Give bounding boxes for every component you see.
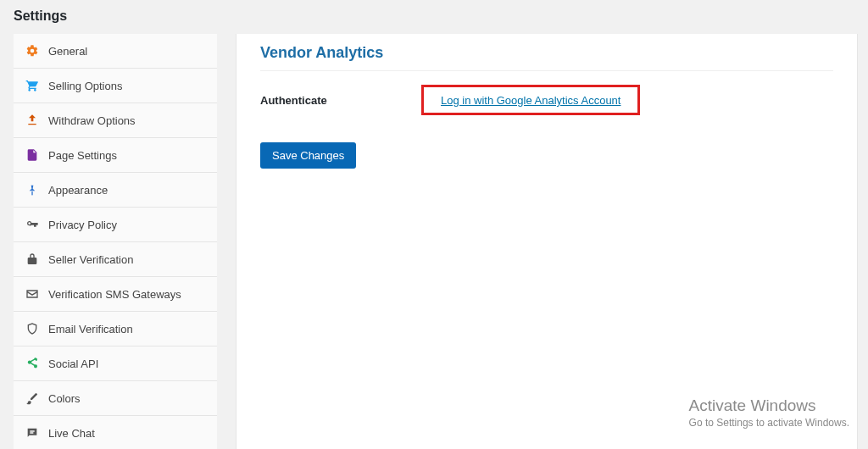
lock-icon bbox=[25, 252, 39, 266]
sidebar-item-label: General bbox=[48, 45, 87, 58]
sidebar-item-appearance[interactable]: Appearance bbox=[14, 173, 217, 208]
page-title: Settings bbox=[0, 0, 868, 34]
sidebar-item-selling-options[interactable]: Selling Options bbox=[14, 69, 217, 103]
authenticate-row: Authenticate Log in with Google Analytic… bbox=[260, 85, 833, 115]
share-icon bbox=[25, 357, 39, 370]
upload-icon bbox=[25, 114, 39, 127]
save-button[interactable]: Save Changes bbox=[260, 142, 356, 169]
sidebar-item-verification-sms-gateways[interactable]: Verification SMS Gateways bbox=[14, 277, 217, 312]
sidebar-item-label: Social API bbox=[48, 358, 98, 370]
sidebar-item-page-settings[interactable]: Page Settings bbox=[14, 138, 217, 173]
sidebar-item-live-chat[interactable]: Live Chat bbox=[14, 416, 217, 449]
sidebar-item-label: Withdraw Options bbox=[48, 114, 136, 127]
sidebar-item-label: Verification SMS Gateways bbox=[48, 288, 181, 301]
sidebar-item-seller-verification[interactable]: Seller Verification bbox=[14, 242, 217, 277]
gear-icon bbox=[25, 44, 39, 58]
authenticate-label: Authenticate bbox=[260, 94, 404, 107]
sidebar-item-label: Live Chat bbox=[48, 427, 95, 440]
sidebar-item-email-verification[interactable]: Email Verification bbox=[14, 312, 217, 346]
key-icon bbox=[25, 218, 39, 231]
shield-icon bbox=[25, 322, 39, 335]
page-icon bbox=[25, 148, 39, 162]
sidebar-item-colors[interactable]: Colors bbox=[14, 381, 217, 416]
sidebar: General Selling Options Withdraw Options… bbox=[14, 34, 217, 449]
sidebar-item-privacy-policy[interactable]: Privacy Policy bbox=[14, 208, 217, 242]
sidebar-item-label: Email Verification bbox=[48, 323, 133, 335]
section-title: Vendor Analytics bbox=[260, 44, 833, 71]
sidebar-item-label: Selling Options bbox=[48, 80, 122, 92]
sidebar-item-withdraw-options[interactable]: Withdraw Options bbox=[14, 103, 217, 138]
envelope-icon bbox=[25, 287, 39, 301]
sidebar-item-label: Colors bbox=[48, 392, 81, 405]
sidebar-item-label: Appearance bbox=[48, 184, 108, 197]
sidebar-item-label: Page Settings bbox=[48, 149, 117, 162]
layout: General Selling Options Withdraw Options… bbox=[0, 34, 868, 449]
main-panel: Vendor Analytics Authenticate Log in wit… bbox=[236, 34, 858, 449]
google-analytics-login-link[interactable]: Log in with Google Analytics Account bbox=[441, 94, 620, 107]
brush-icon bbox=[25, 391, 39, 405]
sidebar-item-general[interactable]: General bbox=[14, 34, 217, 69]
thumbtack-icon bbox=[25, 183, 39, 197]
highlight-box: Log in with Google Analytics Account bbox=[421, 85, 640, 115]
sidebar-item-label: Privacy Policy bbox=[48, 219, 117, 231]
chat-icon bbox=[25, 426, 39, 440]
sidebar-item-social-api[interactable]: Social API bbox=[14, 346, 217, 381]
sidebar-item-label: Seller Verification bbox=[48, 253, 133, 266]
cart-icon bbox=[25, 79, 39, 92]
